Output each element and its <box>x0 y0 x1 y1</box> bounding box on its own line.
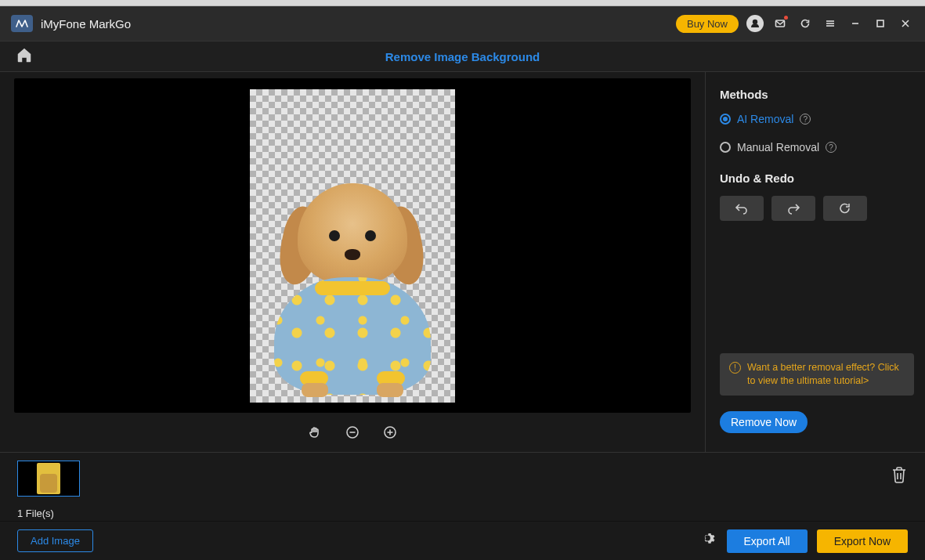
refresh-icon[interactable] <box>797 15 814 32</box>
hand-tool-icon[interactable] <box>305 423 324 442</box>
main-area: Methods AI Removal ? Manual Removal ? Un… <box>0 72 925 452</box>
undo-redo-heading: Undo & Redo <box>720 172 914 185</box>
thumbnail-image <box>37 463 60 494</box>
methods-heading: Methods <box>720 88 914 101</box>
workspace <box>0 72 706 452</box>
footer: Add Image Export All Export Now <box>0 521 925 560</box>
svg-point-0 <box>753 20 757 24</box>
undo-button[interactable] <box>720 196 764 221</box>
info-icon[interactable]: ? <box>826 142 836 153</box>
reset-button[interactable] <box>823 196 867 221</box>
titlebar: iMyFone MarkGo Buy Now <box>0 6 925 41</box>
app-title: iMyFone MarkGo <box>41 17 131 31</box>
alert-icon: ! <box>729 362 741 374</box>
manual-removal-option[interactable]: Manual Removal ? <box>720 137 914 157</box>
menu-icon[interactable] <box>822 15 839 32</box>
redo-button[interactable] <box>771 196 815 221</box>
settings-button[interactable] <box>702 532 717 551</box>
minimize-button[interactable] <box>847 15 864 32</box>
remove-now-button[interactable]: Remove Now <box>720 411 808 433</box>
toolbar: Remove Image Background <box>0 41 925 72</box>
buy-now-button[interactable]: Buy Now <box>676 15 739 33</box>
close-button[interactable] <box>897 15 914 32</box>
window-top-strip <box>0 0 925 6</box>
tutorial-tip[interactable]: ! Want a better removal effect? Click to… <box>720 353 914 396</box>
info-icon[interactable]: ? <box>800 114 811 125</box>
manual-removal-label: Manual Removal <box>737 141 819 154</box>
home-button[interactable] <box>16 46 33 67</box>
account-icon[interactable] <box>746 15 764 32</box>
export-all-button[interactable]: Export All <box>727 529 808 553</box>
canvas-tools <box>14 413 691 452</box>
zoom-in-icon[interactable] <box>381 423 399 442</box>
thumbnail-strip: 1 File(s) <box>0 452 925 521</box>
maximize-button[interactable] <box>872 15 889 32</box>
delete-button[interactable] <box>891 461 908 487</box>
page-title: Remove Image Background <box>385 50 540 63</box>
export-now-button[interactable]: Export Now <box>817 529 908 553</box>
canvas[interactable] <box>14 78 691 413</box>
tip-text: Want a better removal effect? Click to v… <box>747 361 905 388</box>
sidebar: Methods AI Removal ? Manual Removal ? Un… <box>706 72 925 452</box>
radio-selected-icon <box>720 114 731 125</box>
app-window: iMyFone MarkGo Buy Now Remove Image Back… <box>0 0 925 560</box>
radio-icon <box>720 142 731 153</box>
mail-icon[interactable] <box>771 15 789 32</box>
svg-rect-6 <box>877 20 883 27</box>
app-logo-icon <box>11 15 33 32</box>
undo-redo-row <box>720 196 914 221</box>
add-image-button[interactable]: Add Image <box>17 529 93 552</box>
thumbnail-item[interactable] <box>17 461 80 497</box>
ai-removal-label: AI Removal <box>737 113 793 125</box>
edited-image <box>250 89 455 403</box>
file-count: 1 File(s) <box>17 508 908 519</box>
zoom-out-icon[interactable] <box>343 423 362 442</box>
ai-removal-option[interactable]: AI Removal ? <box>720 109 914 129</box>
